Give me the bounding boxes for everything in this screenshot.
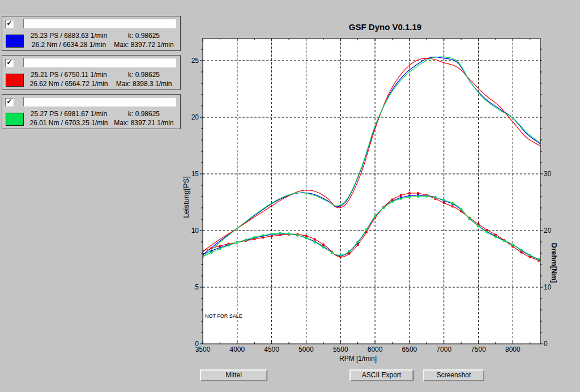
legend-panel-red: ✓ 25.21 PS / 6750.11 1/mink: 0.98625 26.… bbox=[2, 55, 181, 90]
svg-text:8000: 8000 bbox=[505, 346, 521, 353]
run-visible-checkbox[interactable]: ✓ bbox=[5, 59, 14, 67]
svg-text:4000: 4000 bbox=[229, 346, 245, 353]
checkmark-icon: ✓ bbox=[6, 58, 12, 66]
run-name-input[interactable] bbox=[23, 19, 176, 28]
max-rpm-text: Max: 8397.72 1/min bbox=[110, 41, 178, 49]
k-factor-text: k: 0.98625 bbox=[110, 110, 178, 118]
run-name-input[interactable] bbox=[23, 58, 176, 67]
run-color-swatch[interactable] bbox=[6, 74, 24, 87]
checkmark-icon: ✓ bbox=[6, 19, 12, 27]
svg-text:20: 20 bbox=[544, 227, 552, 235]
peak-torque-text: 26.62 Nm / 6564.72 1/min bbox=[25, 80, 113, 88]
mittel-button[interactable]: Mittel bbox=[200, 369, 267, 381]
chart-title: GSF Dyno V0.1.19 bbox=[349, 22, 421, 32]
max-rpm-text: Max: 8398.3 1/min bbox=[110, 80, 178, 88]
screenshot-button[interactable]: Screenshot bbox=[423, 369, 484, 381]
svg-text:7500: 7500 bbox=[471, 346, 486, 353]
svg-text:15: 15 bbox=[191, 170, 199, 178]
peak-power-text: 25.21 PS / 6750.11 1/min bbox=[25, 71, 113, 79]
svg-text:30: 30 bbox=[544, 170, 552, 178]
svg-text:6000: 6000 bbox=[368, 346, 383, 353]
peak-torque-text: 26.01 Nm / 6703.25 1/min bbox=[25, 119, 113, 127]
k-factor-text: k: 0.98625 bbox=[110, 71, 178, 79]
svg-text:5500: 5500 bbox=[333, 346, 348, 353]
peak-power-text: 25.27 PS / 6981.67 1/min bbox=[25, 110, 113, 118]
svg-text:5: 5 bbox=[195, 283, 199, 291]
svg-text:0: 0 bbox=[195, 340, 199, 348]
legend-panel-blue: ✓ 25.23 PS / 6883.63 1/mink: 0.98625 26.… bbox=[2, 16, 181, 51]
svg-text:4500: 4500 bbox=[264, 346, 279, 353]
run-name-input[interactable] bbox=[23, 97, 176, 106]
ascii-export-button[interactable]: ASCII Export bbox=[349, 369, 413, 381]
watermark: NOT FOR SALE bbox=[205, 313, 242, 319]
x-axis-label: RPM [1/min] bbox=[339, 355, 377, 363]
legend-panel-green: ✓ 25.27 PS / 6981.67 1/mink: 0.98625 26.… bbox=[2, 94, 181, 129]
run-color-swatch[interactable] bbox=[6, 113, 24, 126]
y-right-axis-label: Drehm[Nm] bbox=[550, 243, 558, 283]
run-color-swatch[interactable] bbox=[6, 35, 24, 48]
gsf-dyno-window: 3500400045005000550060006500700075008000… bbox=[0, 0, 580, 392]
svg-text:10: 10 bbox=[544, 283, 552, 291]
y-left-axis-label: Leistung[PS] bbox=[182, 176, 190, 218]
svg-text:25: 25 bbox=[191, 57, 199, 65]
peak-torque-text: 26.2 Nm / 6634.28 1/min bbox=[25, 41, 113, 49]
svg-text:20: 20 bbox=[191, 113, 199, 121]
run-visible-checkbox[interactable]: ✓ bbox=[5, 98, 14, 106]
peak-power-text: 25.23 PS / 6883.63 1/min bbox=[25, 32, 113, 40]
svg-text:7000: 7000 bbox=[436, 346, 451, 353]
svg-text:6500: 6500 bbox=[402, 346, 417, 353]
max-rpm-text: Max: 8397.21 1/min bbox=[110, 119, 178, 127]
svg-text:10: 10 bbox=[191, 227, 199, 235]
svg-text:0: 0 bbox=[544, 340, 548, 348]
run-visible-checkbox[interactable]: ✓ bbox=[5, 20, 14, 28]
svg-text:5000: 5000 bbox=[298, 346, 314, 353]
k-factor-text: k: 0.98625 bbox=[110, 32, 178, 40]
checkmark-icon: ✓ bbox=[6, 97, 12, 105]
